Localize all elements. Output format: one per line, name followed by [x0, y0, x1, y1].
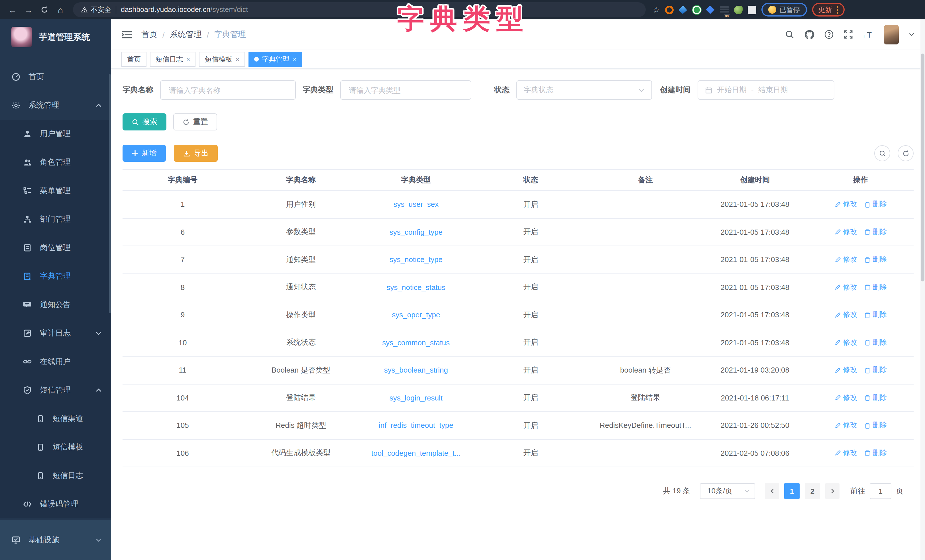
tab-sms-template[interactable]: 短信模板×: [199, 52, 245, 67]
sidebar-item-role-management[interactable]: 角色管理: [0, 148, 111, 177]
address-bar[interactable]: 不安全 dashboard.yudao.iocoder.cn/system/di…: [73, 2, 646, 17]
caret-down-icon[interactable]: [908, 31, 915, 38]
fullscreen-icon[interactable]: [844, 30, 853, 39]
sidebar-item-menu-management[interactable]: 菜单管理: [0, 177, 111, 205]
reset-button[interactable]: 重置: [173, 113, 217, 131]
extension-list-icon[interactable]: on: [720, 5, 729, 14]
delete-link[interactable]: 删除: [864, 227, 887, 237]
sidebar-scrollbar[interactable]: [109, 74, 111, 313]
extension-leaf-icon[interactable]: [734, 5, 742, 14]
tab-home[interactable]: 首页: [121, 52, 146, 67]
breadcrumb-home[interactable]: 首页: [142, 29, 157, 39]
dict-type-link[interactable]: sys_boolean_string: [384, 366, 448, 375]
edit-link[interactable]: 修改: [835, 283, 857, 292]
breadcrumb-system[interactable]: 系统管理: [170, 29, 202, 39]
sidebar-item-sms-template[interactable]: 短信模板: [0, 433, 111, 461]
dict-type-link[interactable]: sys_notice_type: [390, 256, 443, 264]
sidebar-item-sms-log[interactable]: 短信日志: [0, 461, 111, 490]
sidebar-item-sms-channel[interactable]: 短信渠道: [0, 405, 111, 433]
sidebar-item-user-management[interactable]: 用户管理: [0, 120, 111, 148]
page-button-2[interactable]: 2: [805, 483, 820, 499]
delete-link[interactable]: 删除: [864, 449, 887, 458]
search-icon[interactable]: [785, 30, 794, 39]
page-button-1[interactable]: 1: [784, 483, 800, 499]
github-icon[interactable]: [804, 29, 814, 39]
browser-update-button[interactable]: 更新: [812, 3, 844, 17]
extension-green-icon[interactable]: [692, 5, 701, 14]
dict-type-link[interactable]: sys_common_status: [382, 339, 450, 347]
dict-type-link[interactable]: sys_login_result: [390, 394, 443, 402]
extension-diamond-icon[interactable]: [706, 5, 714, 14]
extension-drop-icon[interactable]: [678, 5, 687, 14]
date-range-picker[interactable]: 开始日期 - 结束日期: [698, 80, 835, 100]
browser-forward-button[interactable]: →: [22, 3, 35, 17]
refresh-button[interactable]: [898, 145, 914, 161]
avatar[interactable]: [884, 25, 899, 44]
dict-type-link[interactable]: sys_user_sex: [393, 200, 438, 209]
tab-sms-log[interactable]: 短信日志×: [150, 52, 196, 67]
close-icon[interactable]: ×: [186, 56, 190, 63]
close-icon[interactable]: ×: [293, 56, 297, 63]
browser-menu-icon[interactable]: [836, 6, 838, 14]
show-search-button[interactable]: [874, 145, 890, 161]
goto-page-input[interactable]: [870, 483, 891, 499]
delete-link[interactable]: 删除: [864, 255, 887, 265]
dict-type-input[interactable]: [348, 85, 464, 95]
delete-link[interactable]: 删除: [864, 366, 887, 375]
sidebar-item-error-code[interactable]: 错误码管理: [0, 490, 111, 518]
dict-type-link[interactable]: sys_oper_type: [392, 311, 440, 319]
prev-page-button[interactable]: [765, 483, 779, 499]
edit-link[interactable]: 修改: [835, 310, 857, 320]
search-button[interactable]: 搜索: [122, 113, 166, 131]
paused-extension-pill[interactable]: 已暂停: [761, 3, 807, 17]
dict-type-link[interactable]: sys_config_type: [390, 228, 443, 236]
dict-type-link[interactable]: sys_notice_status: [387, 283, 446, 292]
security-warning[interactable]: 不安全: [81, 5, 111, 15]
sidebar-item-audit-log[interactable]: 审计日志: [0, 319, 111, 348]
sidebar-item-post-management[interactable]: 岗位管理: [0, 233, 111, 262]
browser-home-button[interactable]: ⌂: [54, 3, 67, 17]
sidebar-logo-row[interactable]: 芋道管理系统: [0, 20, 111, 55]
sidebar-item-dept-management[interactable]: 部门管理: [0, 205, 111, 233]
delete-link[interactable]: 删除: [864, 338, 887, 348]
sidebar-item-online-users[interactable]: 在线用户: [0, 348, 111, 376]
delete-link[interactable]: 删除: [864, 200, 887, 209]
delete-link[interactable]: 删除: [864, 310, 887, 320]
extensions-puzzle-icon[interactable]: [747, 5, 756, 14]
edit-link[interactable]: 修改: [835, 393, 857, 403]
browser-reload-button[interactable]: [38, 3, 51, 17]
edit-link[interactable]: 修改: [835, 200, 857, 209]
browser-back-button[interactable]: ←: [6, 3, 20, 17]
add-button[interactable]: 新增: [122, 145, 166, 162]
sidebar-item-system-management[interactable]: 系统管理: [0, 91, 111, 120]
sidebar-item-home[interactable]: 首页: [0, 63, 111, 91]
edit-link[interactable]: 修改: [835, 255, 857, 265]
edit-link[interactable]: 修改: [835, 227, 857, 237]
sidebar-item-sms-management[interactable]: 短信管理: [0, 376, 111, 405]
edit-link[interactable]: 修改: [835, 421, 857, 431]
sidebar-item-infrastructure[interactable]: 基础设施: [0, 520, 111, 560]
page-size-select[interactable]: 10条/页: [700, 483, 755, 499]
delete-link[interactable]: 删除: [864, 421, 887, 431]
edit-link[interactable]: 修改: [835, 449, 857, 458]
page-scrollbar[interactable]: [920, 20, 925, 560]
delete-link[interactable]: 删除: [864, 393, 887, 403]
close-icon[interactable]: ×: [236, 56, 240, 63]
next-page-button[interactable]: [825, 483, 839, 499]
font-size-icon[interactable]: тT: [863, 30, 874, 39]
dict-name-input[interactable]: [167, 85, 288, 95]
sidebar-item-notice[interactable]: 通知公告: [0, 291, 111, 319]
dict-type-link[interactable]: inf_redis_timeout_type: [379, 421, 453, 430]
edit-link[interactable]: 修改: [835, 338, 857, 348]
delete-link[interactable]: 删除: [864, 283, 887, 292]
extension-orange-icon[interactable]: [665, 5, 673, 14]
collapse-sidebar-icon[interactable]: [121, 30, 132, 39]
sidebar-item-dict-management[interactable]: 字典管理: [0, 262, 111, 291]
bookmark-star-icon[interactable]: ☆: [652, 5, 660, 14]
help-icon[interactable]: [824, 30, 834, 39]
status-select[interactable]: 字典状态: [516, 80, 652, 100]
edit-link[interactable]: 修改: [835, 366, 857, 375]
tab-dict-management[interactable]: 字典管理×: [249, 52, 302, 67]
export-button[interactable]: 导出: [174, 145, 218, 162]
scrollbar-thumb[interactable]: [921, 54, 924, 282]
